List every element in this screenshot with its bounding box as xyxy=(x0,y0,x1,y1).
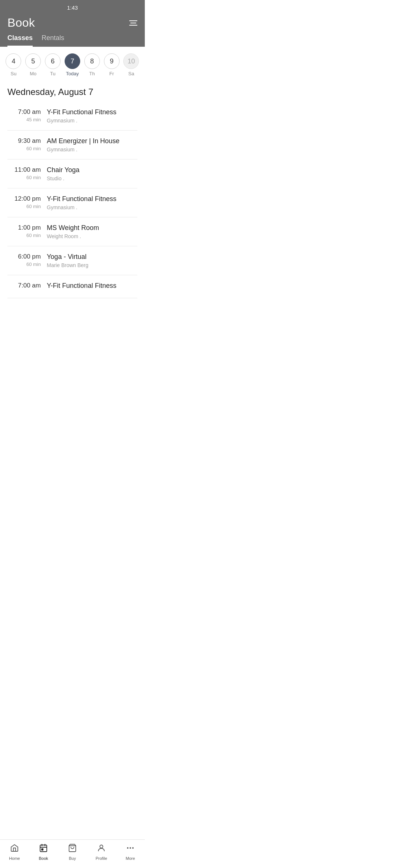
header: Book xyxy=(0,13,145,30)
filter-icon-line3 xyxy=(129,25,137,26)
day-number: 9 xyxy=(104,53,120,69)
class-info-4: MS Weight Room Weight Room . xyxy=(47,224,137,239)
day-label: Su xyxy=(10,71,16,76)
filter-icon-line2 xyxy=(130,23,136,23)
day-label: Tu xyxy=(50,71,56,76)
day-label: Sa xyxy=(128,71,134,76)
content-area: 4 Su 5 Mo 6 Tu 7 Today 8 Th 9 Fr 10 Sa W… xyxy=(0,47,145,332)
calendar-day-5[interactable]: 5 Mo xyxy=(25,53,42,76)
class-info-5: Yoga - Virtual Marie Brown Berg xyxy=(47,253,137,268)
class-time-6: 7:00 am xyxy=(7,282,41,290)
calendar-day-8[interactable]: 8 Th xyxy=(84,53,101,76)
calendar-day-7-today[interactable]: 7 Today xyxy=(64,53,81,76)
tab-rentals[interactable]: Rentals xyxy=(42,34,64,47)
status-bar: 1:43 xyxy=(0,0,145,13)
calendar-day-4[interactable]: 4 Su xyxy=(5,53,22,76)
day-number: 4 xyxy=(6,53,21,69)
class-info-0: Y-Fit Functional Fitness Gymnasium . xyxy=(47,108,137,124)
class-item-1[interactable]: 9:30 am 60 min AM Energizer | In House G… xyxy=(7,131,137,160)
status-time: 1:43 xyxy=(67,4,78,11)
class-time-3: 12:00 pm 60 min xyxy=(7,195,41,209)
class-time-5: 6:00 pm 60 min xyxy=(7,253,41,267)
day-number: 7 xyxy=(65,53,80,69)
class-info-6: Y-Fit Functional Fitness xyxy=(47,282,137,291)
calendar-day-10[interactable]: 10 Sa xyxy=(123,53,140,76)
class-time-2: 11:00 am 60 min xyxy=(7,166,41,180)
date-heading: Wednesday, August 7 xyxy=(0,80,145,102)
page-title: Book xyxy=(7,16,35,30)
class-list: 7:00 am 45 min Y-Fit Functional Fitness … xyxy=(0,102,145,298)
day-label: Fr xyxy=(110,71,114,76)
class-item-6[interactable]: 7:00 am Y-Fit Functional Fitness xyxy=(7,275,137,298)
day-label: Today xyxy=(66,71,79,76)
calendar-day-6[interactable]: 6 Tu xyxy=(44,53,61,76)
class-item-2[interactable]: 11:00 am 60 min Chair Yoga Studio . xyxy=(7,160,137,188)
tab-classes[interactable]: Classes xyxy=(7,34,33,47)
calendar-strip: 4 Su 5 Mo 6 Tu 7 Today 8 Th 9 Fr 10 Sa xyxy=(0,47,145,80)
class-time-0: 7:00 am 45 min xyxy=(7,108,41,122)
class-item-0[interactable]: 7:00 am 45 min Y-Fit Functional Fitness … xyxy=(7,102,137,131)
day-number: 10 xyxy=(123,53,139,69)
tab-bar: Classes Rentals xyxy=(0,30,145,47)
class-info-2: Chair Yoga Studio . xyxy=(47,166,137,181)
filter-button[interactable] xyxy=(129,20,137,26)
filter-icon-line1 xyxy=(129,20,137,21)
class-item-5[interactable]: 6:00 pm 60 min Yoga - Virtual Marie Brow… xyxy=(7,246,137,275)
class-info-3: Y-Fit Functional Fitness Gymnasium . xyxy=(47,195,137,210)
day-number: 5 xyxy=(25,53,41,69)
day-number: 8 xyxy=(84,53,100,69)
day-label: Th xyxy=(89,71,95,76)
class-item-4[interactable]: 1:00 pm 60 min MS Weight Room Weight Roo… xyxy=(7,217,137,246)
calendar-day-9[interactable]: 9 Fr xyxy=(103,53,120,76)
class-time-1: 9:30 am 60 min xyxy=(7,137,41,151)
class-time-4: 1:00 pm 60 min xyxy=(7,224,41,238)
class-info-1: AM Energizer | In House Gymnasium . xyxy=(47,137,137,152)
day-number: 6 xyxy=(45,53,61,69)
day-label: Mo xyxy=(30,71,36,76)
class-item-3[interactable]: 12:00 pm 60 min Y-Fit Functional Fitness… xyxy=(7,188,137,217)
